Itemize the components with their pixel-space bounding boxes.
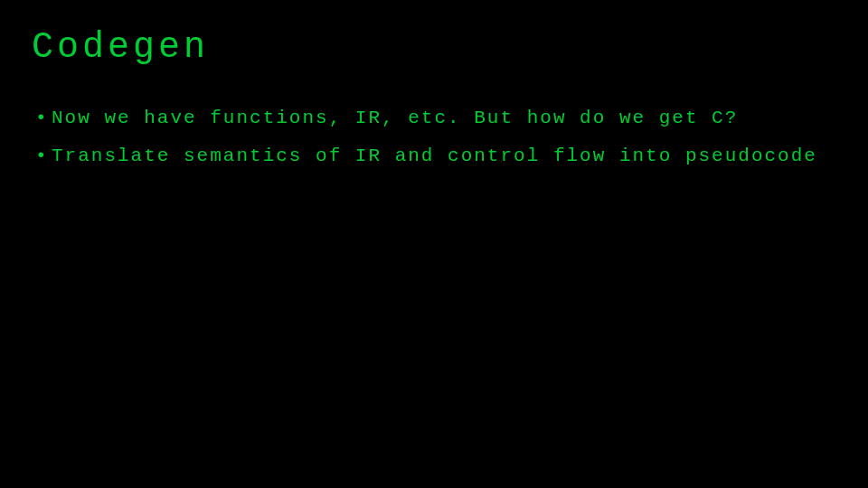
slide-title: Codegen <box>32 27 836 68</box>
bullet-text: Translate semantics of IR and control fl… <box>52 145 817 166</box>
slide-container: Codegen Now we have functions, IR, etc. … <box>0 0 868 488</box>
bullet-text: Now we have functions, IR, etc. But how … <box>52 108 738 128</box>
bullet-list: Now we have functions, IR, etc. But how … <box>32 106 836 170</box>
list-item: Translate semantics of IR and control fl… <box>32 144 836 169</box>
list-item: Now we have functions, IR, etc. But how … <box>32 106 836 131</box>
